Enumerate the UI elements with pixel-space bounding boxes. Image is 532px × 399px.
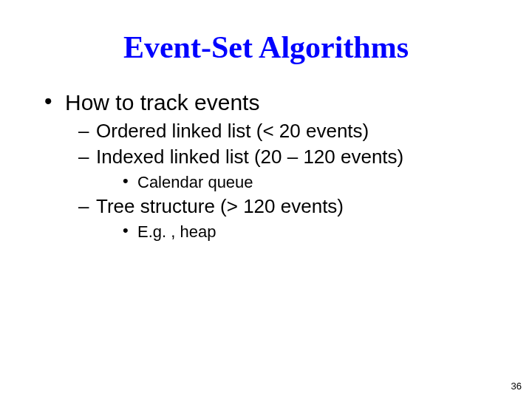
bullet-text: Calendar queue (137, 173, 253, 191)
bullet-l2-item: Ordered linked list (< 20 events) (78, 120, 488, 143)
bullet-text: Tree structure (> 120 events) (96, 195, 344, 217)
slide: Event-Set Algorithms How to track events… (0, 0, 532, 399)
slide-content: How to track events Ordered linked list … (0, 90, 532, 242)
bullet-l1-item: How to track events Ordered linked list … (44, 90, 488, 242)
bullet-l3-item: Calendar queue (123, 173, 488, 192)
bullet-text: E.g. , heap (137, 222, 216, 241)
bullet-text: Ordered linked list (< 20 events) (96, 120, 369, 142)
bullet-list-level1: How to track events Ordered linked list … (44, 90, 488, 242)
page-number: 36 (511, 381, 522, 392)
bullet-list-level3: Calendar queue (96, 173, 488, 192)
bullet-l3-item: E.g. , heap (123, 222, 488, 242)
bullet-text: Indexed linked list (20 – 120 events) (96, 146, 403, 168)
bullet-text: How to track events (65, 90, 259, 115)
bullet-l2-item: Indexed linked list (20 – 120 events) Ca… (78, 146, 488, 192)
bullet-list-level2: Ordered linked list (< 20 events) Indexe… (65, 120, 488, 242)
slide-title: Event-Set Algorithms (0, 0, 532, 80)
bullet-l2-item: Tree structure (> 120 events) E.g. , hea… (78, 195, 488, 242)
bullet-list-level3: E.g. , heap (96, 222, 488, 242)
